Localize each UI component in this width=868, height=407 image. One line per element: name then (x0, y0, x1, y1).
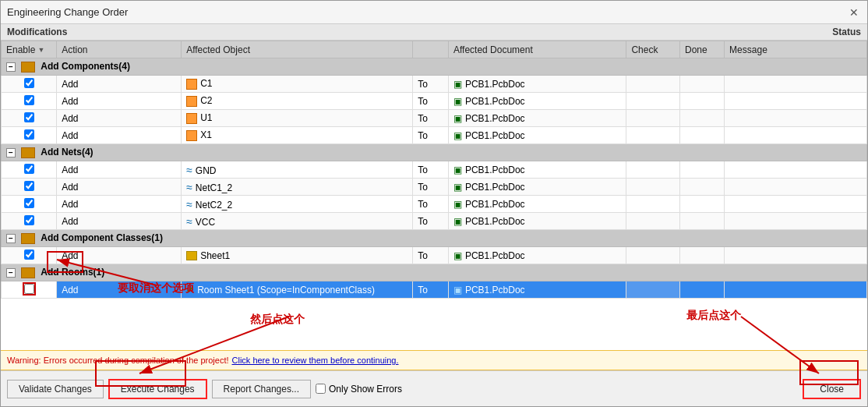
col-affected-object: Affected Object (182, 41, 413, 58)
close-button[interactable]: Close (803, 379, 861, 399)
action-cell: Add (57, 179, 182, 196)
table-container: Enable ▼ Action Affected Object Affected… (1, 41, 867, 350)
component-icon (186, 113, 197, 124)
enable-checkbox-room[interactable] (2, 281, 57, 299)
action-cell: Add (57, 127, 182, 144)
collapse-classes-btn[interactable]: − (6, 234, 16, 243)
room-check-icon: ✔ (186, 285, 194, 296)
collapse-rooms-btn[interactable]: − (6, 268, 16, 278)
check-cell (626, 127, 680, 144)
done-cell (679, 281, 724, 299)
collapse-components-btn[interactable]: − (6, 62, 16, 72)
warning-link[interactable]: Click here to review them before continu… (232, 356, 399, 365)
done-cell (679, 110, 724, 127)
table-row: Add Sheet1 To ▣PCB1.PcbDoc (2, 247, 867, 264)
enable-checkbox-u1[interactable] (2, 110, 57, 127)
doc-cell: ▣PCB1.PcbDoc (448, 213, 626, 230)
sheet-folder-icon (186, 251, 197, 260)
table-row: Add X1 To ▣PCB1.PcbDoc (2, 127, 867, 144)
message-cell (725, 247, 867, 264)
obj-cell: C2 (182, 93, 413, 110)
action-cell: Add (57, 93, 182, 110)
obj-cell: ≈VCC (182, 213, 413, 230)
section-header: Modifications Status (1, 24, 867, 41)
group-row-rooms: − Add Rooms(1) (2, 264, 867, 281)
status-label: Status (832, 27, 861, 37)
sort-icon: ▼ (37, 46, 44, 54)
net-icon: ≈ (186, 164, 192, 176)
obj-cell: ≈NetC1_2 (182, 179, 413, 196)
pcb-doc-icon: ▣ (453, 216, 462, 227)
doc-cell: ▣PCB1.PcbDoc (448, 161, 626, 179)
action-cell: Add (57, 196, 182, 213)
doc-cell: ▣PCB1.PcbDoc (448, 179, 626, 196)
obj-cell: ≈NetC2_2 (182, 196, 413, 213)
pcb-doc-icon: ▣ (453, 113, 462, 124)
folder-icon (21, 62, 35, 73)
only-show-errors-label: Only Show Errors (316, 384, 402, 395)
enable-checkbox-sheet1[interactable] (2, 247, 57, 264)
to-cell: To (413, 281, 449, 299)
net-icon: ≈ (186, 181, 192, 193)
action-cell: Add (57, 76, 182, 93)
table-row: Add ≈VCC To ▣PCB1.PcbDoc (2, 213, 867, 230)
engineering-change-order-window: Engineering Change Order ✕ Modifications… (0, 0, 868, 407)
doc-cell: ▣PCB1.PcbDoc (448, 110, 626, 127)
enable-checkbox-x1[interactable] (2, 127, 57, 144)
to-cell: To (413, 110, 449, 127)
check-cell (626, 76, 680, 93)
validate-changes-button[interactable]: Validate Changes (7, 380, 104, 398)
title-bar: Engineering Change Order ✕ (1, 1, 867, 24)
obj-cell: U1 (182, 110, 413, 127)
only-show-errors-checkbox[interactable] (316, 384, 326, 394)
doc-cell: ▣PCB1.PcbDoc (448, 196, 626, 213)
check-cell (626, 161, 680, 179)
col-done: Done (679, 41, 724, 58)
component-icon (186, 130, 197, 141)
enable-checkbox-c1[interactable] (2, 76, 57, 93)
done-cell (679, 127, 724, 144)
table-row-room-selected: Add ✔Room Sheet1 (Scope=InComponentClass… (2, 281, 867, 299)
check-cell (626, 247, 680, 264)
obj-cell: C1 (182, 76, 413, 93)
modifications-table: Enable ▼ Action Affected Object Affected… (1, 41, 867, 299)
net-icon: ≈ (186, 215, 192, 228)
pcb-doc-icon: ▣ (453, 165, 462, 175)
doc-cell: ▣PCB1.PcbDoc (448, 281, 626, 299)
collapse-nets-btn[interactable]: − (6, 148, 16, 157)
group-row-component-classes: − Add Component Classes(1) (2, 230, 867, 247)
pcb-doc-icon: ▣ (453, 130, 462, 141)
action-cell: Add (57, 247, 182, 264)
enable-checkbox-c2[interactable] (2, 93, 57, 110)
to-cell: To (413, 161, 449, 179)
col-message: Message (725, 41, 867, 58)
check-cell (626, 213, 680, 230)
enable-checkbox-vcc[interactable] (2, 213, 57, 230)
col-action: Action (57, 41, 182, 58)
pcb-doc-icon: ▣ (453, 96, 462, 107)
net-icon: ≈ (186, 198, 192, 211)
message-cell (725, 179, 867, 196)
to-cell: To (413, 213, 449, 230)
to-cell: To (413, 93, 449, 110)
report-changes-button[interactable]: Report Changes... (212, 380, 311, 398)
message-cell (725, 213, 867, 230)
message-cell (725, 76, 867, 93)
obj-cell: ≈GND (182, 161, 413, 179)
execute-changes-button[interactable]: Execute Changes (108, 379, 207, 399)
close-icon[interactable]: ✕ (847, 5, 861, 19)
modifications-label: Modifications (7, 27, 67, 37)
component-icon (186, 96, 197, 107)
col-check: Check (626, 41, 680, 58)
pcb-doc-icon: ▣ (453, 250, 462, 261)
check-cell (626, 110, 680, 127)
enable-checkbox-gnd[interactable] (2, 161, 57, 179)
pcb-doc-icon: ▣ (453, 285, 462, 296)
to-cell: To (413, 76, 449, 93)
obj-cell: ✔Room Sheet1 (Scope=InComponentClass) (182, 281, 413, 299)
folder-icon (21, 233, 35, 244)
enable-checkbox-netc22[interactable] (2, 196, 57, 213)
pcb-doc-icon: ▣ (453, 79, 462, 90)
to-cell: To (413, 247, 449, 264)
enable-checkbox-netc12[interactable] (2, 179, 57, 196)
